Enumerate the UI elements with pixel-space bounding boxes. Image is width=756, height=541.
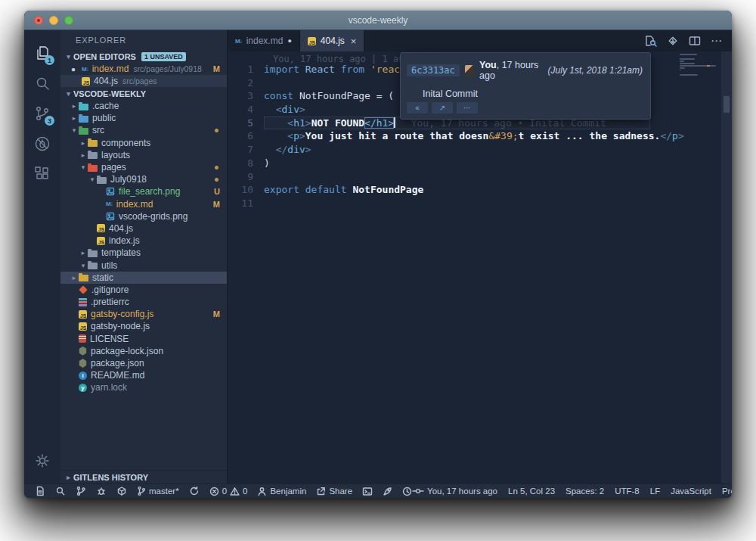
search-commits-icon[interactable] [644,35,657,47]
tree-item-LICENSE[interactable]: LICENSE [60,333,227,345]
status-item-bug[interactable] [96,486,107,496]
status-bar-left: master* 0 0BenjaminShare [35,486,412,496]
tree-item-file_search.png[interactable]: file_search.pngU [60,185,227,197]
chevron-right-icon: ▸ [70,102,79,110]
tree-item-index.js[interactable]: JSindex.js [60,235,227,247]
activity-bar-item-settings[interactable] [24,446,60,476]
activity-bar-item-explorer[interactable]: 1 [24,38,60,68]
zoom-window-button[interactable] [64,16,73,25]
tree-item-public[interactable]: ▸public [60,112,227,124]
tree-item-components[interactable]: ▸components [60,137,227,149]
tab-404.js[interactable]: JS404.js× [300,30,365,51]
status-item-package-box[interactable] [116,486,127,496]
tree-item-.gitignore[interactable]: .gitignore [60,284,227,296]
readme-file-icon: i [79,372,87,380]
more-actions-button[interactable]: ⋯ [457,102,478,113]
titlebar[interactable]: vscode-weekly [24,11,732,30]
status-item-problems[interactable]: 0 0 [209,487,248,496]
tree-item-July0918[interactable]: ▾July0918 [60,173,227,185]
status-item-eol[interactable]: LF [650,487,660,496]
javascript-file-icon: JS [97,224,105,232]
activity-bar-item-debug[interactable] [24,129,60,159]
show-commit-details-button[interactable]: « [407,102,428,113]
tree-item-templates[interactable]: ▸templates [60,247,227,259]
tree-item-404.js[interactable]: JS404.js [60,222,227,235]
commit-author: You [479,60,497,70]
tree-item-layouts[interactable]: ▸layouts [60,149,227,161]
status-item-sync[interactable] [189,486,200,496]
folder-icon [88,165,98,172]
split-editor-icon[interactable] [689,36,701,46]
unsaved-badge: 1 UNSAVED [141,52,186,61]
status-item-history-clock[interactable] [402,487,412,496]
gitlens-history-header[interactable]: ▸ GITLENS HISTORY [60,470,227,483]
status-item-file-document[interactable] [35,486,45,496]
minimap-line [680,58,695,60]
tree-item-gatsby-config.js[interactable]: JSgatsby-config.jsM [60,308,227,320]
commit-sha[interactable]: 6c3313ac [407,64,460,76]
status-item-live-share[interactable]: Benjamin [257,487,306,496]
folder-icon [88,263,98,269]
status-item-encoding[interactable]: UTF-8 [615,487,640,496]
status-item-search[interactable] [55,486,66,496]
status-item-git-fork[interactable] [76,486,86,496]
status-item-indentation[interactable]: Spaces: 2 [565,487,604,496]
line-number: 11 [228,197,253,210]
status-item-formatter[interactable]: Prettier: ✓ [722,486,732,496]
open-editors-header[interactable]: ▾ OPEN EDITORS 1 UNSAVED [60,50,227,63]
gitlens-history-label: GITLENS HISTORY [73,473,148,482]
open-editor-404.js[interactable]: JS404.jssrc/pages [60,75,227,87]
status-item-terminal[interactable] [362,487,373,496]
workspace-folder-header[interactable]: ▾ VSCODE-WEEKLY [60,87,227,100]
license-file-icon [79,334,86,343]
tree-item-label: public [92,113,116,123]
open-changes-icon[interactable] [667,35,679,47]
tree-item-utils[interactable]: ▾utils [60,259,227,271]
tree-item-index.md[interactable]: M↓index.mdM [60,198,227,210]
tab-index.md[interactable]: M↓index.md● [228,30,300,51]
scrollbar-slider[interactable] [723,96,730,113]
close-window-button[interactable] [34,16,43,25]
minimize-window-button[interactable] [49,16,58,25]
open-in-remote-button[interactable]: ↗ [432,102,453,113]
tree-item-.prettierrc[interactable]: .prettierrc [60,296,227,308]
close-icon[interactable]: × [351,36,357,47]
git-modified-dot [215,178,218,182]
tree-item-label: index.md [116,199,153,210]
tree-item-label: .cache [92,101,119,111]
scrollbar[interactable] [721,51,732,483]
status-item-share[interactable]: Share [316,487,352,496]
tree-item-.cache[interactable]: ▸.cache [60,100,227,112]
open-editor-index.md[interactable]: ●M↓index.mdsrc/pages/July0918M [60,63,227,75]
status-bar: master* 0 0BenjaminShare You, 17 hours a… [24,483,732,498]
tree-item-package-lock.json[interactable]: package-lock.json [60,345,227,357]
minimap-line [680,67,685,69]
tree-item-vscode-grids.png[interactable]: vscode-grids.png [60,210,227,222]
tree-item-label: pages [101,162,126,173]
gear-icon [33,452,51,470]
status-item-blame-status[interactable]: You, 17 hours ago [412,487,497,496]
image-file-icon [106,187,115,196]
minimap-token [707,65,710,67]
activity-bar-item-extensions[interactable] [24,159,60,189]
tree-item-gatsby-node.js[interactable]: JSgatsby-node.js [60,320,227,332]
tree-item-package.json[interactable]: package.json [60,357,227,369]
tree-item-pages[interactable]: ▾pages [60,161,227,173]
line-number: 2 [228,76,253,90]
activity-bar-item-source-control[interactable]: 3 [24,98,60,129]
more-actions-icon[interactable]: ⋯ [711,34,723,48]
tree-item-yarn.lock[interactable]: yyarn.lock [60,381,227,393]
status-item-language-mode[interactable]: JavaScript [671,487,711,496]
debug-icon [33,135,51,153]
prettier-file-icon [79,298,87,306]
tree-item-static[interactable]: ▸static [60,272,227,284]
status-item-git-branch[interactable]: master* [137,486,179,496]
tree-item-label: gatsby-config.js [91,309,153,319]
status-item-cursor-position[interactable]: Ln 5, Col 23 [508,487,555,496]
status-item-rocket[interactable] [383,487,392,496]
activity-bar-item-search[interactable] [24,68,60,98]
minimap[interactable] [680,54,719,79]
tree-item-README.md[interactable]: iREADME.md [60,369,227,381]
desktop: vscode-weekly 13 EXPLORER ▾ OPEN EDITORS… [0,0,756,541]
tree-item-src[interactable]: ▾src [60,124,227,136]
